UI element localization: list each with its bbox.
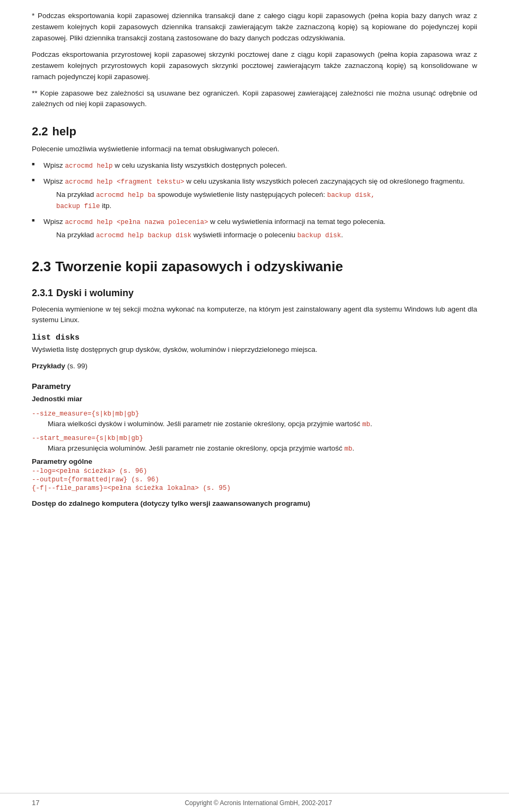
- start-measure-cmd: --start_measure={s|kb|mb|gb}: [32, 435, 477, 442]
- unit-label: Jednostki miar: [32, 394, 477, 405]
- general-param-3: {-f|--file_params}=<pełna ścieżka lokaln…: [32, 485, 477, 492]
- bullet-3-text-after: w celu wyświetlenia informacji na temat …: [208, 218, 386, 226]
- list-disks-heading: list disks: [32, 333, 477, 342]
- bullet-1-text-before: Wpisz: [43, 161, 65, 169]
- size-measure-desc-before: Miara wielkości dysków i woluminów. Jeśl…: [48, 420, 362, 428]
- bullet-2-text-after: w celu uzyskania listy wszystkich polece…: [185, 177, 465, 185]
- size-measure-default: mb: [362, 421, 370, 428]
- page-footer: 17 Copyright © Acronis International Gmb…: [0, 793, 509, 812]
- general-param-2: --output={formatted|raw} (s. 96): [32, 476, 477, 483]
- section-2-3-1-intro: Polecenia wymienione w tej sekcji można …: [32, 304, 477, 326]
- examples-bold-label: Przykłady: [32, 362, 65, 370]
- start-measure-default: mb: [344, 445, 352, 453]
- unit-bold-label: Jednostki miar: [32, 395, 82, 403]
- bullet-3-example-intro: Na przykład: [56, 231, 96, 239]
- bullet-3-cmd: acrocmd help <pełna nazwa polecenia>: [65, 219, 208, 226]
- section-2-3-title: Tworzenie kopii zapasowych i odzyskiwani…: [55, 258, 343, 274]
- bullet-2-cmd: acrocmd help <fragment tekstu>: [65, 178, 185, 186]
- paragraph-3: ** Kopie zapasowe bez zależności są usuw…: [32, 88, 477, 110]
- general-param-1: --log=<pełna ścieżka> (s. 96): [32, 468, 477, 475]
- footer-copyright: Copyright © Acronis International GmbH, …: [39, 799, 477, 807]
- bullet-1: Wpisz acrocmd help w celu uzyskania list…: [32, 160, 477, 171]
- section-2-3-heading: 2.3Tworzenie kopii zapasowych i odzyskiw…: [32, 258, 477, 275]
- examples-label: Przykłady (s. 99): [32, 361, 477, 372]
- paragraph-2: Podczas eksportowania przyrostowej kopii…: [32, 49, 477, 83]
- section-2-2-heading: 2.2help: [32, 125, 477, 139]
- size-measure-block: --size_measure={s|kb|mb|gb} Miara wielko…: [32, 410, 477, 430]
- bullet-2-text-before: Wpisz: [43, 177, 65, 185]
- section-2-3-num: 2.3: [32, 258, 51, 274]
- examples-ref: (s. 99): [67, 362, 87, 370]
- bullet-2-example-intro: Na przykład: [56, 191, 96, 198]
- size-measure-cmd: --size_measure={s|kb|mb|gb}: [32, 410, 477, 418]
- footer-page-number: 17: [32, 799, 39, 807]
- list-disks-desc: Wyświetla listę dostępnych grup dysków, …: [32, 344, 477, 356]
- general-params-title: Parametry ogólne: [32, 457, 477, 465]
- section-2-2-title: help: [52, 125, 76, 138]
- bullet-3-text-before: Wpisz: [43, 218, 65, 226]
- params-label: Parametry: [32, 382, 477, 391]
- start-measure-desc-before: Miara przesunięcia woluminów. Jeśli para…: [48, 444, 344, 452]
- section-2-3-1-title: Dyski i woluminy: [56, 288, 134, 298]
- bullet-2-example-cmd3: backup file: [56, 203, 100, 210]
- start-measure-desc: Miara przesunięcia woluminów. Jeśli para…: [48, 443, 477, 454]
- remote-access-title: Dostęp do zdalnego komputera (dotyczy ty…: [32, 499, 477, 507]
- bullet-3-example-cmd2: backup disk: [297, 232, 341, 239]
- bullet-2-example-mid: spowoduje wyświetlenie listy następujący…: [156, 191, 327, 198]
- section-2-2-num: 2.2: [32, 125, 48, 138]
- section-2-3-1-num: 2.3.1: [32, 288, 53, 298]
- start-measure-block: --start_measure={s|kb|mb|gb} Miara przes…: [32, 435, 477, 454]
- size-measure-desc-after: .: [370, 420, 372, 428]
- section-2-3-1-heading: 2.3.1Dyski i woluminy: [32, 288, 477, 299]
- size-measure-desc: Miara wielkości dysków i woluminów. Jeśl…: [48, 419, 477, 430]
- bullet-2-example: Na przykład acrocmd help ba spowoduje wy…: [56, 189, 477, 212]
- bullet-2: Wpisz acrocmd help <fragment tekstu> w c…: [32, 176, 477, 212]
- bullet-3-example-mid: wyświetli informacje o poleceniu: [191, 231, 297, 239]
- page-content: * Podczas eksportowania kopii zapasowej …: [0, 0, 509, 552]
- bullet-2-example-end: itp.: [100, 202, 112, 210]
- start-measure-desc-after: .: [353, 444, 355, 452]
- bullet-3-example: Na przykład acrocmd help backup disk wyś…: [56, 230, 477, 241]
- bullet-3: Wpisz acrocmd help <pełna nazwa poleceni…: [32, 217, 477, 241]
- general-params-block: Parametry ogólne --log=<pełna ścieżka> (…: [32, 457, 477, 492]
- paragraph-1: * Podczas eksportowania kopii zapasowej …: [32, 11, 477, 44]
- section-2-2-intro: Polecenie umożliwia wyświetlenie informa…: [32, 144, 477, 155]
- bullet-3-example-cmd: acrocmd help backup disk: [96, 232, 191, 239]
- bullet-2-example-cmd2: backup disk,: [327, 192, 375, 199]
- bullet-1-text-after: w celu uzyskania listy wszystkich dostęp…: [113, 161, 287, 169]
- bullet-2-example-cmd: acrocmd help ba: [96, 192, 156, 199]
- bullet-3-example-end: .: [341, 231, 343, 239]
- bullet-1-cmd: acrocmd help: [65, 162, 113, 170]
- help-bullets: Wpisz acrocmd help w celu uzyskania list…: [32, 160, 477, 241]
